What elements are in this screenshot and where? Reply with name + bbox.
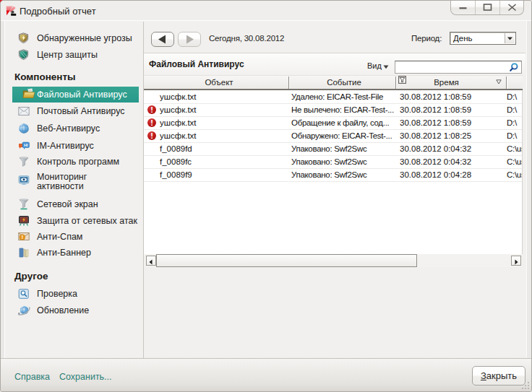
svg-text:!: ! [22, 235, 23, 240]
svg-text:HI: HI [24, 143, 28, 147]
